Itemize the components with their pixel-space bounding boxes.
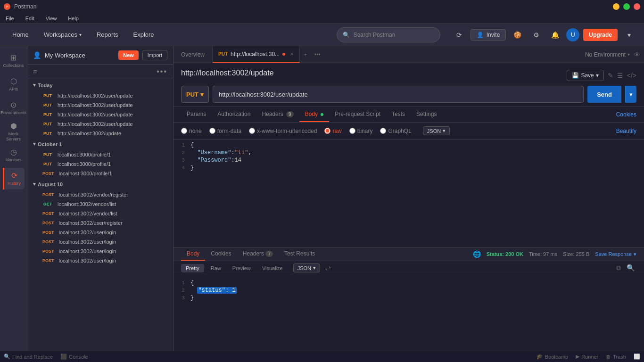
group-october[interactable]: ▾ October 1 bbox=[27, 138, 173, 150]
tab-tests[interactable]: Tests bbox=[386, 107, 411, 122]
copy-response-icon[interactable]: ⧉ bbox=[614, 263, 623, 273]
history-item[interactable]: POST localhost:3002/user/register bbox=[27, 218, 173, 228]
tab-add-button[interactable]: + bbox=[300, 46, 311, 63]
menu-help[interactable]: Help bbox=[66, 15, 81, 22]
option-none[interactable]: none bbox=[181, 128, 202, 134]
nav-explore[interactable]: Explore bbox=[129, 28, 159, 41]
description-icon[interactable]: ☰ bbox=[617, 72, 623, 79]
history-item[interactable]: PUT localhost:3000/profile/1 bbox=[27, 150, 173, 159]
history-item[interactable]: PUT http://localhost:3002/user/update bbox=[27, 119, 173, 129]
tab-more-button[interactable]: ••• bbox=[311, 46, 324, 63]
code-editor[interactable]: 1 { 2 "Username":"ti", 3 "Password":14 bbox=[173, 140, 644, 247]
menu-view[interactable]: View bbox=[44, 15, 59, 22]
resp-tab-headers[interactable]: Headers 7 bbox=[237, 247, 279, 261]
cookie-icon[interactable]: 🍪 bbox=[510, 27, 525, 42]
code-icon[interactable]: </> bbox=[627, 72, 636, 79]
sidebar-item-history[interactable]: ⟳ History bbox=[3, 168, 25, 189]
trash-button[interactable]: 🗑 Trash bbox=[606, 354, 626, 360]
history-item[interactable]: POST localhost:3002/user/login bbox=[27, 237, 173, 247]
resp-tab-body[interactable]: Body bbox=[181, 247, 205, 261]
settings-icon[interactable]: ⚙ bbox=[528, 27, 544, 42]
invite-button[interactable]: 👤 Invite bbox=[471, 29, 506, 41]
tab-body[interactable]: Body bbox=[299, 107, 330, 122]
fmt-visualize[interactable]: Visualize bbox=[257, 264, 288, 272]
group-today[interactable]: ▾ Today bbox=[27, 79, 173, 91]
upgrade-button[interactable]: Upgrade bbox=[583, 29, 618, 41]
method-selector[interactable]: PUT ▾ bbox=[181, 86, 209, 103]
tab-authorization[interactable]: Authorization bbox=[212, 107, 256, 122]
sidebar-item-environments[interactable]: ⊙ Environments bbox=[3, 97, 25, 119]
maximize-button[interactable] bbox=[623, 3, 630, 10]
send-button[interactable]: Send bbox=[587, 86, 621, 103]
new-button[interactable]: New bbox=[118, 50, 139, 60]
search-bar[interactable]: 🔍 Search Postman bbox=[337, 27, 440, 42]
bootcamp-button[interactable]: 🎓 Bootcamp bbox=[537, 354, 569, 360]
option-raw[interactable]: raw bbox=[324, 128, 341, 134]
save-response-button[interactable]: Save Response ▾ bbox=[595, 251, 636, 257]
search-response-icon[interactable]: 🔍 bbox=[625, 263, 636, 273]
resp-tab-cookies[interactable]: Cookies bbox=[205, 247, 237, 261]
history-item[interactable]: POST localhost:3002/user/login bbox=[27, 247, 173, 256]
nav-home[interactable]: Home bbox=[8, 28, 33, 41]
sidebar-item-collections[interactable]: ⊞ Collections bbox=[3, 50, 25, 72]
resp-tab-test-results[interactable]: Test Results bbox=[279, 247, 321, 261]
sort-icon[interactable]: ≡ bbox=[33, 68, 37, 75]
send-dropdown-button[interactable]: ▾ bbox=[625, 86, 636, 103]
runner-button[interactable]: ▶ Runner bbox=[576, 354, 598, 360]
upgrade-chevron-icon[interactable]: ▾ bbox=[621, 27, 636, 42]
url-input[interactable] bbox=[213, 86, 584, 103]
sync-icon[interactable]: ⟳ bbox=[452, 27, 467, 42]
wrap-lines-icon[interactable]: ⇌ bbox=[325, 263, 331, 272]
option-binary[interactable]: binary bbox=[349, 128, 373, 134]
group-august[interactable]: ▾ August 10 bbox=[27, 178, 173, 190]
tab-active-request[interactable]: PUT http://localhost:30... ✕ bbox=[213, 46, 300, 63]
console-button[interactable]: ⬛ Console bbox=[60, 354, 88, 360]
env-chevron-icon[interactable]: ▾ bbox=[627, 52, 630, 57]
expand-button[interactable]: ⬜ bbox=[634, 354, 640, 360]
history-item[interactable]: POST localhost:3002/vendor/register bbox=[27, 190, 173, 199]
nav-workspaces[interactable]: Workspaces ▾ bbox=[39, 28, 86, 41]
nav-reports[interactable]: Reports bbox=[92, 28, 123, 41]
tab-params[interactable]: Params bbox=[181, 107, 212, 122]
import-button[interactable]: Import bbox=[142, 50, 167, 60]
tab-close-icon[interactable]: ✕ bbox=[290, 51, 294, 57]
sidebar-item-monitors[interactable]: ◷ Monitors bbox=[3, 144, 25, 166]
notification-icon[interactable]: 🔔 bbox=[547, 27, 562, 42]
history-more-icon[interactable]: ••• bbox=[157, 67, 167, 76]
option-urlencoded[interactable]: x-www-form-urlencoded bbox=[249, 128, 317, 134]
tab-overview[interactable]: Overview bbox=[173, 46, 213, 63]
save-button[interactable]: 💾 Save ▾ bbox=[567, 70, 603, 81]
eye-icon[interactable]: 👁 bbox=[634, 51, 640, 58]
option-graphql[interactable]: GraphQL bbox=[380, 128, 411, 134]
beautify-button[interactable]: Beautify bbox=[616, 128, 636, 134]
history-item[interactable]: POST localhost:3002/vendor/list bbox=[27, 209, 173, 218]
user-avatar[interactable]: U bbox=[566, 28, 579, 41]
history-item[interactable]: POST localhost:3000/profile/1 bbox=[27, 169, 173, 178]
find-replace-button[interactable]: 🔍 Find and Replace bbox=[4, 354, 53, 360]
fmt-preview[interactable]: Preview bbox=[228, 264, 256, 272]
cookies-link[interactable]: Cookies bbox=[616, 111, 636, 118]
json-format-dropdown[interactable]: JSON ▾ bbox=[423, 126, 450, 135]
menu-edit[interactable]: Edit bbox=[24, 15, 36, 22]
history-item[interactable]: PUT http://localhost:3002/update bbox=[27, 129, 173, 138]
tab-settings[interactable]: Settings bbox=[411, 107, 442, 122]
sidebar-item-mock-servers[interactable]: ⬢ Mock Servers bbox=[3, 121, 25, 142]
history-item[interactable]: PUT localhost:3000/profile/1 bbox=[27, 159, 173, 169]
close-button[interactable] bbox=[634, 3, 640, 10]
resp-json-dropdown[interactable]: JSON ▾ bbox=[293, 263, 320, 272]
option-form-data[interactable]: form-data bbox=[209, 128, 241, 134]
history-item[interactable]: GET localhost:3002/vendor/list bbox=[27, 199, 173, 209]
sidebar-item-apis[interactable]: ⬡ APIs bbox=[3, 74, 25, 95]
tab-prerequest[interactable]: Pre-request Script bbox=[329, 107, 386, 122]
fmt-raw[interactable]: Raw bbox=[206, 264, 226, 272]
edit-icon[interactable]: ✎ bbox=[608, 72, 613, 79]
history-item[interactable]: POST localhost:3002/user/login bbox=[27, 228, 173, 237]
menu-file[interactable]: File bbox=[4, 15, 16, 22]
history-item[interactable]: POST localhost:3002/user/login bbox=[27, 256, 173, 265]
fmt-pretty[interactable]: Pretty bbox=[181, 264, 204, 272]
history-item[interactable]: PUT http://localhost:3002/user/update bbox=[27, 110, 173, 119]
history-item[interactable]: PUT http://localhost:3002/user/update bbox=[27, 91, 173, 100]
history-item[interactable]: PUT http://localhost:3002/user/update bbox=[27, 100, 173, 110]
tab-headers[interactable]: Headers 9 bbox=[256, 107, 299, 122]
minimize-button[interactable] bbox=[613, 3, 619, 10]
